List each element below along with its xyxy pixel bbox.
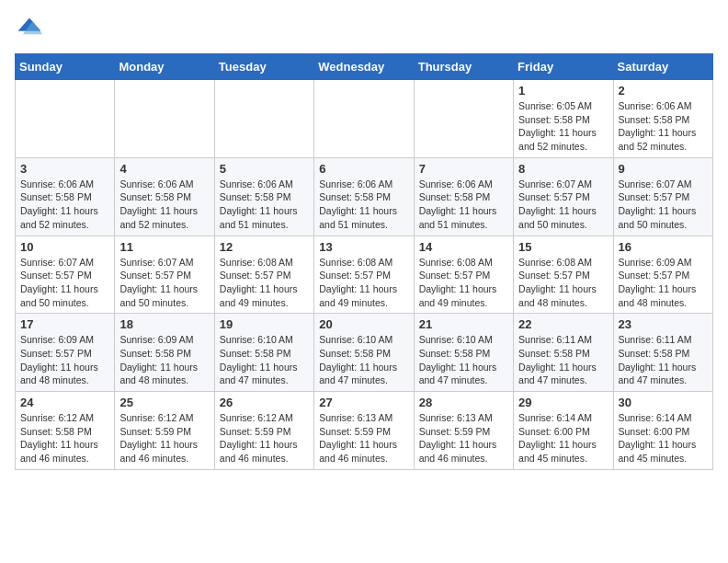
calendar-cell: 10Sunrise: 6:07 AM Sunset: 5:57 PM Dayli… — [16, 236, 115, 314]
calendar-header-wednesday: Wednesday — [314, 54, 414, 80]
day-info: Sunrise: 6:05 AM Sunset: 5:58 PM Dayligh… — [518, 99, 608, 154]
day-number: 9 — [619, 162, 708, 176]
day-number: 21 — [419, 317, 508, 331]
logo — [15, 15, 48, 44]
calendar-cell: 26Sunrise: 6:12 AM Sunset: 5:59 PM Dayli… — [214, 392, 313, 470]
day-number: 18 — [119, 317, 209, 331]
calendar-cell: 1Sunrise: 6:05 AM Sunset: 5:58 PM Daylig… — [514, 80, 613, 158]
page-header — [15, 15, 713, 44]
calendar-header-friday: Friday — [514, 54, 613, 80]
day-number: 19 — [220, 317, 309, 331]
calendar-cell — [115, 80, 214, 158]
calendar-cell: 2Sunrise: 6:06 AM Sunset: 5:58 PM Daylig… — [613, 80, 712, 158]
calendar-table: SundayMondayTuesdayWednesdayThursdayFrid… — [15, 53, 713, 470]
day-info: Sunrise: 6:07 AM Sunset: 5:57 PM Dayligh… — [119, 256, 209, 310]
day-number: 2 — [619, 84, 708, 98]
calendar-cell: 4Sunrise: 6:06 AM Sunset: 5:58 PM Daylig… — [115, 157, 214, 236]
day-number: 24 — [20, 396, 109, 409]
calendar-cell: 7Sunrise: 6:06 AM Sunset: 5:58 PM Daylig… — [414, 157, 513, 236]
day-info: Sunrise: 6:14 AM Sunset: 6:00 PM Dayligh… — [619, 411, 708, 465]
calendar-cell: 17Sunrise: 6:09 AM Sunset: 5:57 PM Dayli… — [16, 314, 115, 392]
day-info: Sunrise: 6:09 AM Sunset: 5:57 PM Dayligh… — [619, 256, 708, 310]
calendar-cell: 12Sunrise: 6:08 AM Sunset: 5:57 PM Dayli… — [214, 236, 313, 314]
day-info: Sunrise: 6:11 AM Sunset: 5:58 PM Dayligh… — [619, 333, 708, 387]
day-info: Sunrise: 6:11 AM Sunset: 5:58 PM Dayligh… — [518, 333, 608, 387]
day-number: 6 — [319, 162, 408, 176]
day-number: 16 — [619, 240, 708, 254]
day-number: 25 — [119, 396, 209, 409]
calendar-cell: 6Sunrise: 6:06 AM Sunset: 5:58 PM Daylig… — [314, 157, 414, 236]
day-number: 29 — [518, 396, 608, 409]
day-info: Sunrise: 6:10 AM Sunset: 5:58 PM Dayligh… — [319, 333, 408, 387]
day-info: Sunrise: 6:12 AM Sunset: 5:58 PM Dayligh… — [20, 411, 109, 465]
calendar-cell — [214, 80, 313, 158]
day-info: Sunrise: 6:13 AM Sunset: 5:59 PM Dayligh… — [319, 411, 408, 465]
calendar-cell: 15Sunrise: 6:08 AM Sunset: 5:57 PM Dayli… — [514, 236, 613, 314]
day-info: Sunrise: 6:08 AM Sunset: 5:57 PM Dayligh… — [319, 256, 408, 310]
day-number: 20 — [319, 317, 408, 331]
day-number: 5 — [220, 162, 309, 176]
calendar-cell: 3Sunrise: 6:06 AM Sunset: 5:58 PM Daylig… — [16, 157, 115, 236]
day-info: Sunrise: 6:08 AM Sunset: 5:57 PM Dayligh… — [220, 256, 309, 310]
day-info: Sunrise: 6:13 AM Sunset: 5:59 PM Dayligh… — [419, 411, 508, 465]
calendar-cell: 27Sunrise: 6:13 AM Sunset: 5:59 PM Dayli… — [314, 392, 414, 470]
calendar-cell: 14Sunrise: 6:08 AM Sunset: 5:57 PM Dayli… — [414, 236, 513, 314]
day-number: 26 — [220, 396, 309, 409]
calendar-cell: 28Sunrise: 6:13 AM Sunset: 5:59 PM Dayli… — [414, 392, 513, 470]
day-info: Sunrise: 6:08 AM Sunset: 5:57 PM Dayligh… — [419, 256, 508, 310]
calendar-week-row: 1Sunrise: 6:05 AM Sunset: 5:58 PM Daylig… — [16, 80, 713, 158]
day-info: Sunrise: 6:08 AM Sunset: 5:57 PM Dayligh… — [518, 256, 608, 310]
calendar-header-monday: Monday — [115, 54, 214, 80]
day-number: 14 — [419, 240, 508, 254]
calendar-cell: 9Sunrise: 6:07 AM Sunset: 5:57 PM Daylig… — [613, 157, 712, 236]
calendar-cell: 18Sunrise: 6:09 AM Sunset: 5:58 PM Dayli… — [115, 314, 214, 392]
calendar-cell — [414, 80, 513, 158]
calendar-week-row: 10Sunrise: 6:07 AM Sunset: 5:57 PM Dayli… — [16, 236, 713, 314]
calendar-cell: 25Sunrise: 6:12 AM Sunset: 5:59 PM Dayli… — [115, 392, 214, 470]
day-info: Sunrise: 6:07 AM Sunset: 5:57 PM Dayligh… — [619, 178, 708, 232]
calendar-cell: 22Sunrise: 6:11 AM Sunset: 5:58 PM Dayli… — [514, 314, 613, 392]
calendar-cell — [16, 80, 115, 158]
day-info: Sunrise: 6:06 AM Sunset: 5:58 PM Dayligh… — [20, 178, 109, 232]
calendar-header-row: SundayMondayTuesdayWednesdayThursdayFrid… — [16, 54, 713, 80]
day-info: Sunrise: 6:12 AM Sunset: 5:59 PM Dayligh… — [220, 411, 309, 465]
calendar-header-saturday: Saturday — [613, 54, 712, 80]
day-number: 28 — [419, 396, 508, 409]
calendar-cell: 5Sunrise: 6:06 AM Sunset: 5:58 PM Daylig… — [214, 157, 313, 236]
day-number: 22 — [518, 317, 608, 331]
calendar-cell: 23Sunrise: 6:11 AM Sunset: 5:58 PM Dayli… — [613, 314, 712, 392]
calendar-cell: 19Sunrise: 6:10 AM Sunset: 5:58 PM Dayli… — [214, 314, 313, 392]
calendar-week-row: 24Sunrise: 6:12 AM Sunset: 5:58 PM Dayli… — [16, 392, 713, 470]
day-number: 27 — [319, 396, 408, 409]
day-info: Sunrise: 6:12 AM Sunset: 5:59 PM Dayligh… — [119, 411, 209, 465]
day-number: 1 — [518, 84, 608, 98]
calendar-cell: 16Sunrise: 6:09 AM Sunset: 5:57 PM Dayli… — [613, 236, 712, 314]
day-info: Sunrise: 6:09 AM Sunset: 5:57 PM Dayligh… — [20, 333, 109, 387]
calendar-week-row: 17Sunrise: 6:09 AM Sunset: 5:57 PM Dayli… — [16, 314, 713, 392]
calendar-cell — [314, 80, 414, 158]
day-number: 15 — [518, 240, 608, 254]
day-number: 8 — [518, 162, 608, 176]
day-info: Sunrise: 6:06 AM Sunset: 5:58 PM Dayligh… — [419, 178, 508, 232]
calendar-header-thursday: Thursday — [414, 54, 513, 80]
day-number: 10 — [20, 240, 109, 254]
day-number: 17 — [20, 317, 109, 331]
day-info: Sunrise: 6:09 AM Sunset: 5:58 PM Dayligh… — [119, 333, 209, 387]
calendar-header-tuesday: Tuesday — [214, 54, 313, 80]
day-number: 30 — [619, 396, 708, 409]
day-number: 23 — [619, 317, 708, 331]
calendar-week-row: 3Sunrise: 6:06 AM Sunset: 5:58 PM Daylig… — [16, 157, 713, 236]
calendar-cell: 30Sunrise: 6:14 AM Sunset: 6:00 PM Dayli… — [613, 392, 712, 470]
logo-icon — [15, 15, 44, 44]
day-number: 11 — [119, 240, 209, 254]
calendar-cell: 24Sunrise: 6:12 AM Sunset: 5:58 PM Dayli… — [16, 392, 115, 470]
day-number: 7 — [419, 162, 508, 176]
calendar-cell: 11Sunrise: 6:07 AM Sunset: 5:57 PM Dayli… — [115, 236, 214, 314]
day-info: Sunrise: 6:07 AM Sunset: 5:57 PM Dayligh… — [518, 178, 608, 232]
day-info: Sunrise: 6:14 AM Sunset: 6:00 PM Dayligh… — [518, 411, 608, 465]
calendar-cell: 13Sunrise: 6:08 AM Sunset: 5:57 PM Dayli… — [314, 236, 414, 314]
day-info: Sunrise: 6:06 AM Sunset: 5:58 PM Dayligh… — [319, 178, 408, 232]
day-info: Sunrise: 6:06 AM Sunset: 5:58 PM Dayligh… — [619, 99, 708, 154]
day-number: 3 — [20, 162, 109, 176]
calendar-cell: 29Sunrise: 6:14 AM Sunset: 6:00 PM Dayli… — [514, 392, 613, 470]
